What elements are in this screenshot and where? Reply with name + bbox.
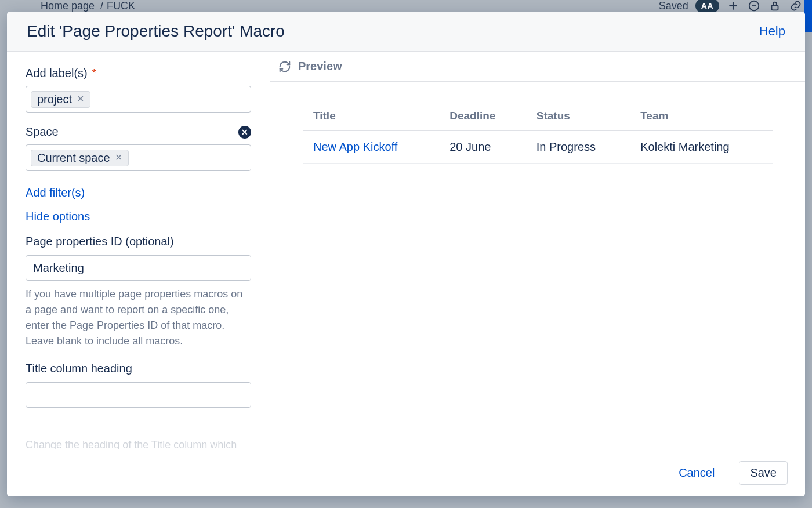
col-deadline: Deadline: [439, 101, 526, 131]
space-chip-current[interactable]: Current space ✕: [31, 150, 129, 166]
pp-id-label: Page properties ID (optional): [26, 235, 251, 248]
labels-input[interactable]: project ✕: [26, 86, 251, 113]
preview-table: Title Deadline Status Team New App Kicko…: [303, 101, 773, 164]
hide-options-link[interactable]: Hide options: [26, 210, 251, 223]
cell-team: Kolekti Marketing: [630, 131, 773, 164]
add-filters-link[interactable]: Add filter(s): [26, 186, 251, 199]
aa-badge[interactable]: AA: [695, 0, 719, 13]
required-mark: *: [92, 67, 96, 79]
save-button[interactable]: Save: [739, 461, 788, 485]
breadcrumb-page[interactable]: FUCK: [107, 0, 135, 12]
saved-status: Saved: [659, 0, 688, 12]
editor-top-bar: Home page / FUCK Saved AA: [0, 0, 812, 12]
clear-space-icon[interactable]: ✕: [238, 126, 251, 139]
chip-remove-icon[interactable]: ✕: [114, 153, 124, 162]
lock-icon[interactable]: [768, 0, 782, 13]
comment-icon[interactable]: [747, 0, 761, 13]
chip-text: Current space: [37, 151, 110, 165]
link-icon[interactable]: [789, 0, 803, 13]
dialog-footer: Cancel Save: [7, 449, 805, 496]
title-col-input[interactable]: [26, 382, 251, 408]
breadcrumb-separator: /: [100, 0, 103, 12]
pp-id-help-text: If you have multiple page properties mac…: [26, 286, 251, 349]
cell-title-link[interactable]: New App Kickoff: [303, 131, 439, 164]
col-team: Team: [630, 101, 773, 131]
preview-heading: Preview: [298, 60, 342, 73]
label-chip-project[interactable]: project ✕: [31, 91, 90, 108]
refresh-icon[interactable]: [278, 60, 291, 73]
table-header-row: Title Deadline Status Team: [303, 101, 773, 131]
space-input[interactable]: Current space ✕: [26, 144, 251, 171]
macro-form-pane: Add label(s)* project ✕ Space ✕ Current …: [7, 52, 270, 449]
truncated-help-text: Change the heading of the Title column w…: [26, 439, 251, 449]
chip-remove-icon[interactable]: ✕: [75, 95, 85, 104]
table-row: New App Kickoff 20 June In Progress Kole…: [303, 131, 773, 164]
labels-field-label: Add label(s)*: [26, 67, 251, 80]
cell-status: In Progress: [526, 131, 630, 164]
macro-edit-dialog: Edit 'Page Properties Report' Macro Help…: [7, 12, 805, 496]
col-title: Title: [303, 101, 439, 131]
cell-deadline: 20 June: [439, 131, 526, 164]
svg-rect-4: [772, 5, 778, 10]
help-link[interactable]: Help: [759, 24, 785, 39]
primary-action-sliver: [804, 0, 812, 32]
chip-text: project: [37, 93, 72, 106]
pp-id-input[interactable]: [26, 255, 251, 281]
space-field-label: Space: [26, 125, 59, 139]
dialog-header: Edit 'Page Properties Report' Macro Help: [7, 12, 805, 52]
title-col-label: Title column heading: [26, 362, 251, 375]
preview-pane: Preview Title Deadline Status Team: [270, 52, 805, 449]
col-status: Status: [526, 101, 630, 131]
plus-icon[interactable]: [726, 0, 740, 13]
dialog-title: Edit 'Page Properties Report' Macro: [27, 22, 285, 41]
breadcrumb-home[interactable]: Home page: [41, 0, 95, 12]
cancel-button[interactable]: Cancel: [668, 462, 725, 484]
